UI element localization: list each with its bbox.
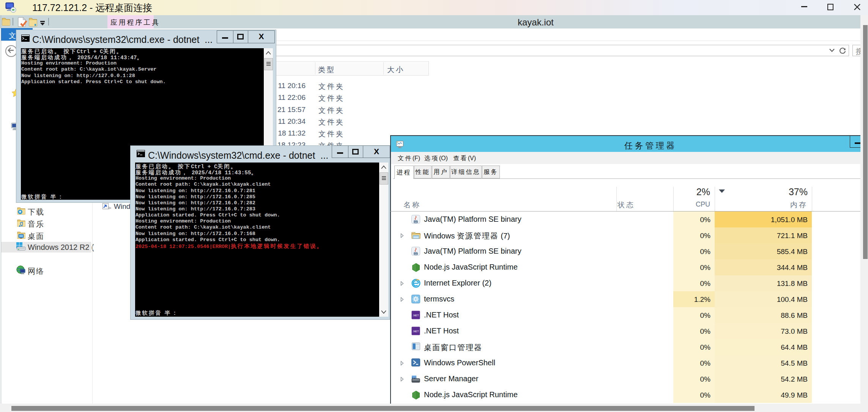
svg-text:.NET: .NET <box>413 330 419 333</box>
svg-text:.NET: .NET <box>413 314 419 317</box>
